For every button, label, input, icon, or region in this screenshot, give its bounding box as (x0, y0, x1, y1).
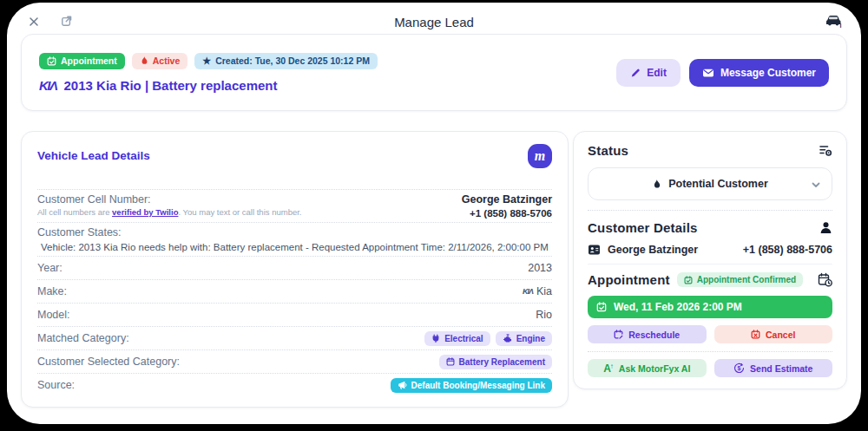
pencil-icon (630, 68, 641, 78)
twilio-link[interactable]: verified by Twilio (112, 207, 178, 217)
calendar-icon (446, 357, 455, 366)
header-actions: Edit Message Customer (616, 59, 829, 87)
note-prefix: All cell numbers are (37, 207, 112, 217)
category-badge-electrical: Electrical (424, 331, 490, 346)
send-estimate-button[interactable]: $ Send Estimate (714, 359, 833, 377)
lead-title-text: 2013 Kia Rio | Battery replacement (64, 78, 278, 93)
selected-category-badge-label: Battery Replacement (459, 357, 545, 367)
reschedule-label: Reschedule (628, 330, 680, 340)
selected-category-label: Customer Selected Category: (37, 356, 180, 368)
cell-number-value: George Batzinger +1 (858) 888-5706 (462, 193, 552, 219)
star-icon: ★ (202, 56, 211, 66)
appointment-confirmed-label: Appointment Confirmed (697, 275, 796, 284)
appointment-type-label: Appointment (61, 56, 117, 66)
manage-lead-modal: Manage Lead i Appointment (7, 3, 861, 424)
field-row-source: Source: Default Booking/Messaging Link (37, 373, 552, 396)
flame-icon (652, 179, 661, 190)
customer-row: George Batzinger +1 (858) 888-5706 (588, 244, 832, 256)
selected-category-badge: Battery Replacement (439, 355, 552, 369)
appointment-actions-row-1: Reschedule Cancel (588, 325, 832, 343)
megaphone-icon (398, 381, 407, 389)
close-icon[interactable] (28, 16, 40, 28)
send-estimate-label: Send Estimate (750, 363, 812, 374)
customer-phone: +1 (858) 888-5706 (743, 244, 832, 256)
appointment-header: Appointment Appointment Confirmed (588, 272, 832, 287)
category-badge-engine: Engine (496, 331, 552, 346)
status-title: Status (588, 143, 628, 158)
category-badge-label: Electrical (444, 334, 483, 343)
id-card-icon (588, 244, 601, 256)
make-value-text: Kia (536, 285, 552, 297)
vehicle-lead-details-card: Vehicle Lead Details m Customer Cell Num… (21, 131, 569, 408)
appointment-confirmed-badge: Appointment Confirmed (677, 272, 803, 287)
calendar-check-icon (596, 302, 607, 312)
status-select[interactable]: Potential Customer (588, 167, 832, 200)
badge-row: Appointment Active ★ Created: Tue, 30 De… (39, 53, 378, 69)
make-value: KIΛ Kia (523, 285, 552, 297)
divider (588, 210, 832, 211)
lead-title: KIΛ 2013 Kia Rio | Battery replacement (39, 78, 378, 93)
appointment-datetime-bar: Wed, 11 Feb 2026 2:00 PM (588, 296, 832, 318)
source-label: Source: (37, 379, 75, 391)
field-row-model: Model: Rio (37, 303, 552, 326)
svg-text:$: $ (738, 365, 741, 372)
plug-icon (431, 334, 440, 343)
active-status-badge: Active (132, 53, 188, 69)
ask-motorfyx-ai-button[interactable]: A↑ Ask MotorFyx AI (588, 359, 707, 377)
flame-icon (140, 56, 148, 66)
status-value: Potential Customer (668, 178, 768, 190)
field-row-cell-number: Customer Cell Number: All cell numbers a… (37, 189, 552, 222)
cell-number-left: Customer Cell Number: All cell numbers a… (37, 193, 301, 217)
field-row-customer-states: Customer States: Vehicle: 2013 Kia Rio n… (37, 222, 552, 256)
active-status-label: Active (153, 56, 181, 66)
category-badge-label: Engine (516, 334, 545, 343)
field-row-matched-category: Matched Category: Electrical Engine (37, 326, 552, 349)
created-label: Created: Tue, 30 Dec 2025 10:12 PM (215, 56, 370, 66)
divider (588, 264, 832, 264)
customer-phone-value: +1 (858) 888-5706 (462, 208, 552, 219)
model-label: Model: (37, 309, 70, 321)
appointment-title: Appointment (588, 272, 670, 287)
model-value: Rio (536, 309, 552, 321)
customer-details-header: Customer Details (588, 220, 832, 235)
motorfyx-logo: m (528, 144, 552, 168)
appointment-type-badge: Appointment (39, 53, 125, 69)
appointment-actions-row-2: A↑ Ask MotorFyx AI $ Send Estimate (588, 359, 832, 377)
message-customer-label: Message Customer (720, 67, 816, 79)
calendar-x-icon (751, 330, 760, 339)
cancel-button[interactable]: Cancel (714, 325, 833, 343)
engine-icon (503, 334, 512, 343)
created-badge: ★ Created: Tue, 30 Dec 2025 10:12 PM (194, 53, 378, 69)
make-label: Make: (37, 285, 67, 297)
calendar-check-icon (684, 276, 693, 284)
svg-text:i: i (840, 23, 842, 29)
matched-category-badges: Electrical Engine (424, 331, 552, 346)
lead-header-info: Appointment Active ★ Created: Tue, 30 De… (39, 53, 378, 93)
source-badge: Default Booking/Messaging Link (391, 378, 552, 393)
ai-icon: A↑ (603, 362, 614, 375)
mail-icon (702, 68, 714, 78)
edit-button[interactable]: Edit (616, 59, 681, 87)
note-suffix: . You may text or call this number. (178, 207, 301, 217)
message-customer-button[interactable]: Message Customer (689, 59, 829, 87)
lead-header-card: Appointment Active ★ Created: Tue, 30 De… (21, 34, 847, 111)
field-row-selected-category: Customer Selected Category: Battery Repl… (37, 349, 552, 373)
calendar-clock-icon (818, 272, 832, 287)
customer-states-label: Customer States: (37, 226, 552, 238)
status-section-header: Status (588, 143, 832, 158)
source-badge-label: Default Booking/Messaging Link (411, 381, 545, 390)
calendar-edit-icon (614, 330, 623, 339)
year-label: Year: (37, 262, 62, 274)
person-icon (819, 221, 832, 234)
expand-icon[interactable] (60, 14, 74, 28)
reschedule-button[interactable]: Reschedule (588, 325, 707, 343)
status-settings-icon[interactable] (819, 144, 832, 157)
field-row-make: Make: KIΛ Kia (37, 279, 552, 303)
ask-ai-label: Ask MotorFyx AI (619, 363, 690, 374)
cancel-label: Cancel (766, 330, 795, 340)
page-title: Manage Lead (7, 10, 861, 35)
cell-number-note: All cell numbers are verified by Twilio.… (37, 207, 301, 217)
top-bar: Manage Lead i (7, 10, 861, 35)
vehicle-info-icon[interactable]: i (825, 13, 844, 29)
edit-button-label: Edit (647, 67, 667, 79)
